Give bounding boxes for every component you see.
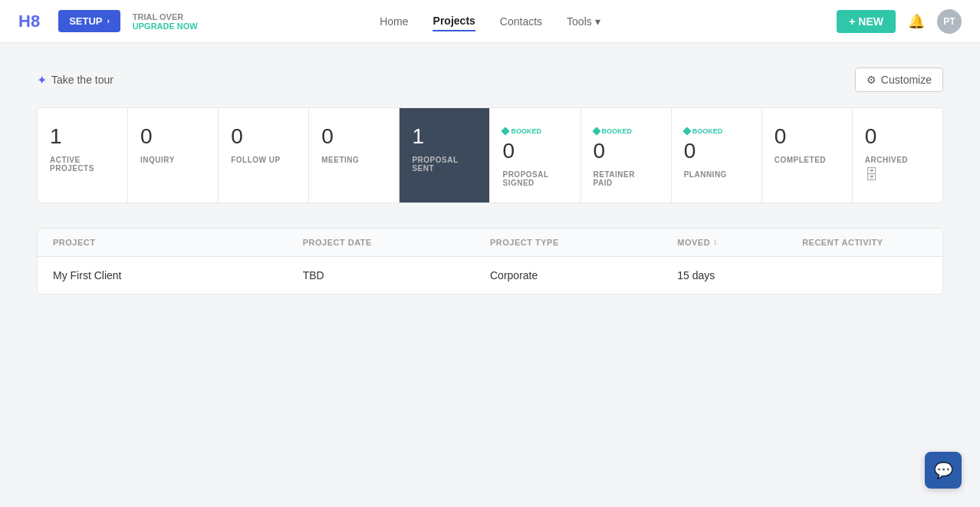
stage-label-5: PROPOSALSIGNED	[502, 170, 567, 187]
sliders-icon: ⚙	[867, 74, 876, 86]
chevron-right-icon: ›	[107, 17, 109, 25]
sparkle-icon: ✦	[37, 73, 47, 87]
stage-count-3: 0	[321, 123, 386, 150]
avatar[interactable]: PT	[937, 9, 962, 34]
stage-proposal-signed[interactable]: BOOKED 0 PROPOSALSIGNED	[490, 108, 580, 202]
stage-count-8: 0	[774, 123, 840, 150]
logo: H8	[18, 12, 40, 31]
stage-label-2: FOLLOW UP	[231, 156, 296, 164]
stage-label-6: RETAINERPAID	[594, 170, 659, 187]
project-moved: 15 days	[677, 269, 802, 281]
archive-icon: 🗄	[865, 167, 930, 183]
stages-row: 1 ACTIVEPROJECTS 0 INQUIRY 0 FOLLOW UP 0…	[37, 107, 943, 203]
stage-meeting[interactable]: 0 MEETING	[309, 108, 400, 202]
stage-label-4: PROPOSALSENT	[412, 156, 477, 173]
stage-label-9: ARCHIVED	[865, 156, 930, 164]
projects-table: PROJECT PROJECT DATE PROJECT TYPE MOVED …	[37, 228, 943, 295]
stage-follow-up[interactable]: 0 FOLLOW UP	[219, 108, 309, 202]
stage-count-0: 1	[50, 123, 115, 150]
stage-count-2: 0	[231, 123, 296, 150]
stage-count-5: 0	[502, 138, 567, 164]
stage-label-7: PLANNING	[684, 170, 749, 179]
customize-button[interactable]: ⚙ Customize	[855, 67, 943, 92]
project-name[interactable]: My First Client	[53, 269, 303, 281]
trial-over-label: TRIAL OVER	[133, 12, 198, 21]
table-row[interactable]: My First Client TBD Corporate 15 days	[38, 257, 942, 294]
bell-icon: 🔔	[908, 14, 925, 29]
nav-projects[interactable]: Projects	[433, 12, 475, 31]
stage-count-7: 0	[684, 138, 749, 164]
col-type: PROJECT TYPE	[490, 238, 677, 247]
col-moved[interactable]: MOVED ↕	[677, 238, 802, 247]
stage-completed[interactable]: 0 COMPLETED	[762, 108, 853, 202]
take-tour-link[interactable]: ✦ Take the tour	[37, 73, 113, 87]
stage-retainer-paid[interactable]: BOOKED 0 RETAINERPAID	[581, 108, 672, 202]
col-date: PROJECT DATE	[303, 238, 490, 247]
customize-label: Customize	[881, 74, 932, 86]
nav-tools[interactable]: Tools ▾	[567, 15, 600, 28]
stage-count-4: 1	[412, 123, 477, 150]
project-date: TBD	[303, 269, 490, 281]
col-activity: RECENT ACTIVITY	[802, 238, 927, 247]
stage-count-6: 0	[594, 138, 659, 164]
stage-archived[interactable]: 0 ARCHIVED 🗄	[853, 108, 942, 202]
nav-home[interactable]: Home	[380, 12, 408, 31]
booked-badge-7: BOOKED	[684, 127, 723, 135]
tour-label: Take the tour	[51, 74, 113, 86]
stage-label-3: MEETING	[321, 156, 386, 164]
stage-label-8: COMPLETED	[774, 156, 840, 164]
booked-dot-icon	[682, 127, 691, 135]
stage-count-9: 0	[865, 123, 930, 150]
stage-proposal-sent[interactable]: 1 PROPOSALSENT	[400, 108, 490, 202]
nav-contacts[interactable]: Contacts	[500, 12, 542, 31]
chevron-down-icon: ▾	[595, 15, 600, 28]
tools-label: Tools	[567, 15, 592, 28]
main-content: ✦ Take the tour ⚙ Customize 1 ACTIVEPROJ…	[0, 43, 980, 319]
upgrade-now-link[interactable]: UPGRADE NOW	[133, 21, 198, 31]
booked-badge-5: BOOKED	[502, 127, 541, 135]
col-project: PROJECT	[53, 238, 303, 247]
setup-label: SETUP	[69, 15, 102, 27]
stage-planning[interactable]: BOOKED 0 PLANNING	[672, 108, 762, 202]
stage-label-0: ACTIVEPROJECTS	[50, 156, 115, 173]
booked-dot-icon	[502, 127, 510, 135]
sort-icon: ↕	[713, 238, 718, 246]
stage-count-1: 0	[140, 123, 206, 150]
navbar: H8 SETUP › TRIAL OVER UPGRADE NOW Home P…	[0, 0, 980, 43]
tour-row: ✦ Take the tour ⚙ Customize	[37, 67, 943, 92]
project-type: Corporate	[490, 269, 677, 281]
navbar-right: + NEW 🔔 PT	[837, 9, 962, 34]
stage-label-1: INQUIRY	[140, 156, 206, 164]
booked-dot-icon	[592, 127, 600, 135]
table-header: PROJECT PROJECT DATE PROJECT TYPE MOVED …	[38, 229, 942, 257]
navbar-center: Home Projects Contacts Tools ▾	[380, 12, 600, 31]
trial-info: TRIAL OVER UPGRADE NOW	[133, 12, 198, 31]
stage-inquiry[interactable]: 0 INQUIRY	[128, 108, 219, 202]
new-button[interactable]: + NEW	[837, 10, 896, 33]
notification-button[interactable]: 🔔	[905, 10, 928, 33]
setup-button[interactable]: SETUP ›	[58, 10, 120, 32]
navbar-left: H8 SETUP › TRIAL OVER UPGRADE NOW	[18, 10, 198, 32]
booked-badge-6: BOOKED	[594, 127, 633, 135]
stage-active-projects[interactable]: 1 ACTIVEPROJECTS	[38, 108, 128, 202]
